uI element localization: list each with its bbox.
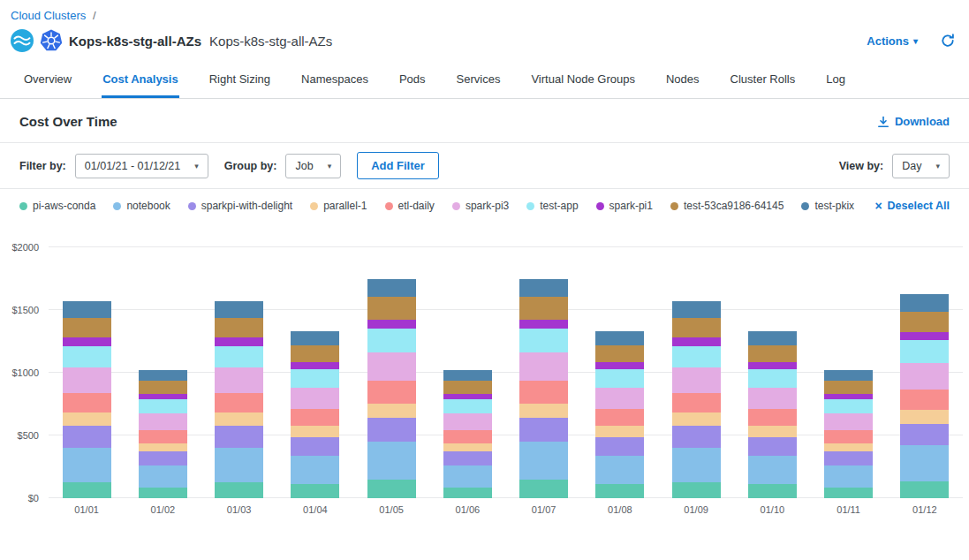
bar-segment-parallel-1[interactable]: [291, 426, 339, 437]
stacked-bar-01/06[interactable]: [443, 370, 492, 498]
bar-segment-etl-daily[interactable]: [367, 381, 416, 404]
bar-segment-test-53ca9186-64145[interactable]: [139, 381, 187, 394]
bar-segment-notebook[interactable]: [139, 465, 187, 488]
bar-segment-spark-pi1[interactable]: [900, 332, 949, 340]
tab-overview[interactable]: Overview: [23, 61, 72, 98]
bar-segment-notebook[interactable]: [900, 445, 949, 481]
bar-segment-test-pkix[interactable]: [291, 331, 339, 345]
bar-segment-pi-aws-conda[interactable]: [215, 482, 263, 498]
bar-segment-sparkpi-with-delight[interactable]: [367, 418, 416, 442]
breadcrumb-link[interactable]: Cloud Clusters: [11, 9, 86, 22]
bar-segment-etl-daily[interactable]: [595, 409, 644, 426]
bar-segment-test-pkix[interactable]: [367, 279, 416, 298]
bar-segment-spark-pi3[interactable]: [824, 413, 873, 429]
bar-segment-sparkpi-with-delight[interactable]: [672, 426, 721, 447]
bar-segment-notebook[interactable]: [443, 465, 492, 488]
bar-segment-spark-pi1[interactable]: [367, 320, 416, 329]
bar-segment-parallel-1[interactable]: [672, 412, 721, 426]
bar-segment-test-53ca9186-64145[interactable]: [824, 381, 873, 394]
bar-segment-parallel-1[interactable]: [519, 404, 568, 418]
bar-segment-parallel-1[interactable]: [748, 426, 797, 437]
bar-segment-spark-pi3[interactable]: [367, 352, 416, 381]
bar-segment-spark-pi3[interactable]: [63, 367, 111, 392]
view-by-dropdown[interactable]: Day ▾: [892, 154, 950, 178]
bar-segment-spark-pi3[interactable]: [519, 352, 568, 381]
legend-item-test-53ca9186-64145[interactable]: test-53ca9186-64145: [670, 200, 784, 212]
bar-segment-sparkpi-with-delight[interactable]: [748, 437, 797, 456]
stacked-bar-01/03[interactable]: [215, 301, 263, 498]
tab-cluster-rolls[interactable]: Cluster Rolls: [730, 61, 797, 98]
bar-segment-parallel-1[interactable]: [63, 412, 111, 426]
bar-segment-spark-pi3[interactable]: [139, 413, 187, 429]
bar-segment-etl-daily[interactable]: [443, 430, 492, 443]
legend-item-test-pkix[interactable]: test-pkix: [801, 200, 854, 212]
download-button[interactable]: Download: [877, 115, 950, 128]
bar-segment-etl-daily[interactable]: [519, 381, 568, 404]
bar-segment-test-53ca9186-64145[interactable]: [595, 345, 644, 362]
legend-item-parallel-1[interactable]: parallel-1: [310, 200, 367, 212]
bar-segment-test-53ca9186-64145[interactable]: [215, 318, 263, 338]
bar-segment-pi-aws-conda[interactable]: [672, 482, 721, 498]
bar-segment-parallel-1[interactable]: [900, 410, 949, 424]
actions-button[interactable]: Actions ▾: [867, 34, 918, 48]
bar-segment-test-pkix[interactable]: [748, 331, 797, 345]
stacked-bar-01/05[interactable]: [367, 279, 416, 498]
bar-segment-notebook[interactable]: [595, 456, 644, 485]
bar-segment-spark-pi3[interactable]: [900, 363, 949, 390]
bar-segment-notebook[interactable]: [215, 448, 263, 482]
bar-segment-test-53ca9186-64145[interactable]: [900, 312, 949, 332]
bar-segment-test-pkix[interactable]: [595, 331, 644, 345]
bar-segment-sparkpi-with-delight[interactable]: [215, 426, 263, 447]
bar-segment-test-pkix[interactable]: [139, 370, 187, 381]
bar-segment-sparkpi-with-delight[interactable]: [519, 418, 568, 442]
add-filter-button[interactable]: Add Filter: [357, 152, 439, 179]
bar-segment-test-app[interactable]: [215, 346, 263, 368]
bar-segment-test-app[interactable]: [291, 369, 339, 388]
legend-item-etl-daily[interactable]: etl-daily: [385, 200, 435, 212]
bar-segment-etl-daily[interactable]: [824, 430, 873, 443]
stacked-bar-01/04[interactable]: [291, 331, 339, 498]
bar-segment-sparkpi-with-delight[interactable]: [63, 426, 111, 447]
stacked-bar-01/08[interactable]: [595, 331, 644, 498]
tab-nodes[interactable]: Nodes: [665, 61, 700, 98]
bar-segment-spark-pi1[interactable]: [63, 337, 111, 345]
legend-item-test-app[interactable]: test-app: [526, 200, 578, 212]
bar-segment-notebook[interactable]: [824, 465, 873, 488]
tab-virtual-node-groups[interactable]: Virtual Node Groups: [530, 61, 636, 98]
date-range-dropdown[interactable]: 01/01/21 - 01/12/21 ▾: [75, 154, 208, 178]
bar-segment-etl-daily[interactable]: [672, 393, 721, 413]
stacked-bar-01/09[interactable]: [672, 301, 721, 498]
bar-segment-parallel-1[interactable]: [595, 426, 644, 437]
bar-segment-test-app[interactable]: [519, 329, 568, 353]
refresh-icon[interactable]: [941, 34, 955, 48]
legend-item-sparkpi-with-delight[interactable]: sparkpi-with-delight: [188, 200, 292, 212]
bar-segment-test-app[interactable]: [824, 399, 873, 413]
bar-segment-spark-pi3[interactable]: [215, 367, 263, 392]
bar-segment-test-pkix[interactable]: [672, 301, 721, 317]
bar-segment-notebook[interactable]: [519, 442, 568, 480]
bar-segment-pi-aws-conda[interactable]: [595, 484, 644, 498]
bar-segment-test-app[interactable]: [63, 346, 111, 368]
bar-segment-parallel-1[interactable]: [443, 443, 492, 452]
bar-segment-sparkpi-with-delight[interactable]: [139, 451, 187, 465]
bar-segment-pi-aws-conda[interactable]: [900, 481, 949, 498]
bar-segment-test-app[interactable]: [443, 399, 492, 413]
group-by-dropdown[interactable]: Job ▾: [285, 154, 341, 178]
stacked-bar-01/10[interactable]: [748, 331, 797, 498]
bar-segment-sparkpi-with-delight[interactable]: [824, 451, 873, 465]
bar-segment-pi-aws-conda[interactable]: [139, 488, 187, 498]
legend-item-spark-pi1[interactable]: spark-pi1: [596, 200, 653, 212]
bar-segment-test-53ca9186-64145[interactable]: [63, 318, 111, 338]
bar-segment-sparkpi-with-delight[interactable]: [900, 424, 949, 446]
bar-segment-spark-pi1[interactable]: [519, 320, 568, 329]
tab-log[interactable]: Log: [825, 61, 846, 98]
bar-segment-notebook[interactable]: [367, 442, 416, 480]
bar-segment-etl-daily[interactable]: [900, 390, 949, 410]
tab-services[interactable]: Services: [456, 61, 502, 98]
stacked-bar-01/07[interactable]: [519, 279, 568, 498]
bar-segment-test-pkix[interactable]: [215, 301, 263, 317]
bar-segment-test-pkix[interactable]: [63, 301, 111, 317]
bar-segment-spark-pi3[interactable]: [595, 388, 644, 409]
bar-segment-test-53ca9186-64145[interactable]: [672, 318, 721, 338]
bar-segment-test-53ca9186-64145[interactable]: [291, 345, 339, 362]
